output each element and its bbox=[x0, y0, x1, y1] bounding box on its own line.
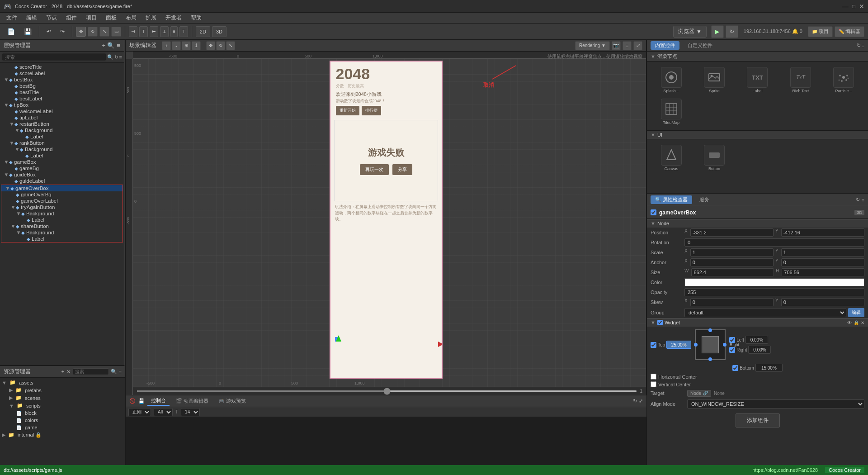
widget-delete-btn[interactable]: ✕ bbox=[861, 320, 864, 325]
group-edit-btn[interactable]: 编辑 bbox=[848, 308, 864, 317]
tree-item-gameBg[interactable]: ◆gameBg bbox=[0, 165, 124, 171]
hierarchy-search-input[interactable] bbox=[2, 53, 106, 61]
share-btn[interactable]: 分享 bbox=[392, 164, 412, 175]
tree-item-tryAgainBg[interactable]: ▼◆Background bbox=[1, 210, 123, 217]
anchor-x-input[interactable] bbox=[690, 258, 774, 266]
size-h-input[interactable] bbox=[782, 268, 864, 276]
tree-item-tryAgainButton[interactable]: ▼◆tryAgainButton bbox=[1, 204, 123, 210]
asset-search-go[interactable]: 🔍 bbox=[111, 368, 117, 375]
comp-tab-custom[interactable]: 自定义控件 bbox=[683, 41, 717, 50]
ui-section-header[interactable]: ▼ UI bbox=[647, 130, 868, 139]
widget-eye-btn[interactable]: 👁 bbox=[847, 320, 852, 325]
scene-more-btn[interactable]: ≡ bbox=[623, 41, 632, 50]
preview-dropdown[interactable]: 浏览器 ▼ bbox=[673, 26, 707, 38]
tree-item-tryAgainLabel[interactable]: ◆Label bbox=[1, 217, 123, 223]
node-section-header[interactable]: ▼ Node bbox=[647, 219, 868, 228]
asset-more[interactable]: ≡ bbox=[119, 368, 122, 375]
zoom-slider[interactable] bbox=[137, 390, 637, 392]
align-mid-btn[interactable]: ≡ bbox=[170, 26, 178, 37]
scale-y-input[interactable] bbox=[781, 248, 864, 256]
prop-refresh-btn[interactable]: ↻ bbox=[856, 197, 860, 203]
redo-btn[interactable]: ↷ bbox=[57, 26, 68, 37]
asset-search-input[interactable] bbox=[73, 368, 109, 375]
scene-maximize-btn[interactable]: ⤢ bbox=[633, 41, 642, 50]
console-clear-btn[interactable]: 🚫 bbox=[129, 398, 136, 404]
menu-extend[interactable]: 扩展 bbox=[141, 13, 161, 23]
asset-item-assets[interactable]: ▼ 📁 assets bbox=[0, 379, 125, 386]
asset-item-scripts[interactable]: ▼ 📁 scripts bbox=[0, 402, 125, 409]
skew-x-input[interactable] bbox=[690, 298, 774, 306]
skew-y-input[interactable] bbox=[781, 298, 864, 306]
tree-item-gameBox[interactable]: ▼◆gameBox bbox=[0, 159, 124, 165]
node-sprite[interactable]: Sprite bbox=[693, 65, 735, 95]
comp-tab-builtin[interactable]: 内置控件 bbox=[651, 41, 679, 50]
close-icon[interactable]: ✕ bbox=[859, 3, 864, 10]
rotate-btn[interactable]: ↻ bbox=[88, 27, 98, 37]
tree-item-shareButton[interactable]: ▼◆shareButton bbox=[1, 223, 123, 229]
tree-item-gameOverLabel[interactable]: ◆gameOverLabel bbox=[1, 198, 123, 204]
asset-item-internal[interactable]: ▶ 📁 internal 🔒 bbox=[0, 431, 125, 439]
asset-item-game[interactable]: 📄 game bbox=[0, 424, 125, 431]
tree-item-bestLabel[interactable]: ◆bestLabel bbox=[0, 95, 124, 102]
comp-more-btn[interactable]: ≡ bbox=[862, 43, 864, 48]
scene-camera-btn[interactable]: 📷 bbox=[612, 41, 621, 50]
node-richtext[interactable]: TxT Rich Text bbox=[780, 65, 821, 95]
position-x-input[interactable] bbox=[690, 228, 774, 237]
right-checkbox[interactable] bbox=[729, 347, 735, 353]
left-checkbox[interactable] bbox=[729, 337, 735, 343]
tree-item-shareLabel[interactable]: ◆Label bbox=[1, 236, 123, 242]
add-component-button[interactable]: 添加组件 bbox=[736, 413, 780, 428]
scale-x-input[interactable] bbox=[690, 248, 774, 256]
editor-btn[interactable]: ✏️ 编辑器 bbox=[835, 26, 864, 37]
console-filter-select[interactable]: 正则 bbox=[128, 408, 151, 416]
tree-item-rankButton[interactable]: ▼◆rankButton bbox=[0, 140, 124, 146]
tree-item-bestTitle[interactable]: ◆bestTitle bbox=[0, 89, 124, 95]
menu-layout[interactable]: 布局 bbox=[121, 13, 141, 23]
scene-zoom-1[interactable]: 1 bbox=[192, 41, 201, 50]
prop-more-btn[interactable]: ≡ bbox=[862, 197, 864, 203]
scene-zoom-fit[interactable]: ⊞ bbox=[182, 41, 191, 50]
menu-panel[interactable]: 面板 bbox=[101, 13, 121, 23]
asset-add-btn[interactable]: + bbox=[61, 368, 65, 375]
align-center-btn[interactable]: ⊤ bbox=[139, 26, 148, 37]
tree-item-bestBox[interactable]: ▼◆bestBox bbox=[0, 76, 124, 83]
tree-item-shareBg[interactable]: ▼◆Background bbox=[1, 229, 123, 236]
tree-item-restartButton[interactable]: ▼◆restartButton bbox=[0, 121, 124, 127]
minimize-icon[interactable]: — bbox=[842, 3, 849, 10]
asset-item-block[interactable]: 📄 block bbox=[0, 409, 125, 417]
bottom-checkbox[interactable] bbox=[732, 365, 738, 371]
scene-rotate-mode[interactable]: ↻ bbox=[216, 41, 225, 50]
rect-btn[interactable]: ▭ bbox=[111, 27, 121, 37]
tree-item-tipLabel[interactable]: ◆tipLabel bbox=[0, 114, 124, 121]
tree-item-gameOverBg[interactable]: ◆gameOverBg bbox=[1, 191, 123, 198]
node-label[interactable]: TXT Label bbox=[737, 65, 778, 95]
prop-tab-service[interactable]: 服务 bbox=[696, 195, 713, 204]
tree-item-scoreLabel[interactable]: ◆scoreLabel bbox=[0, 70, 124, 76]
hierarchy-collapse[interactable]: ≡ bbox=[119, 53, 122, 61]
hierarchy-search-go[interactable]: 🔍 bbox=[107, 53, 113, 61]
menu-file[interactable]: 文件 bbox=[2, 13, 22, 23]
color-input-area[interactable] bbox=[684, 278, 864, 286]
tree-item-rankBg[interactable]: ▼◆Background bbox=[0, 146, 124, 152]
asset-item-prefabs[interactable]: ▶ 📁 prefabs bbox=[0, 386, 125, 394]
console-tab-anim[interactable]: 🎬 动画编辑器 bbox=[172, 397, 212, 405]
hierarchy-refresh[interactable]: ↻ bbox=[114, 53, 118, 61]
bottom-value-input[interactable] bbox=[755, 364, 783, 372]
refresh-button[interactable]: ↻ bbox=[726, 25, 738, 38]
scene-zoom-in[interactable]: + bbox=[162, 41, 171, 50]
anchor-y-input[interactable] bbox=[781, 258, 864, 266]
console-all-select[interactable]: All bbox=[154, 408, 173, 416]
node-button[interactable]: Button bbox=[693, 143, 735, 173]
tree-item-guideLabel[interactable]: ◆guideLabel bbox=[0, 178, 124, 184]
play-button[interactable]: ▶ bbox=[711, 25, 724, 38]
console-level-select[interactable]: 14 bbox=[181, 408, 200, 416]
menu-developer[interactable]: 开发者 bbox=[161, 13, 186, 23]
render-section-header[interactable]: ▼ 渲染节点 bbox=[647, 52, 868, 62]
tree-item-restartBg[interactable]: ▼◆Background bbox=[0, 127, 124, 133]
align-bottom-btn[interactable]: ⊤ bbox=[179, 26, 188, 37]
prop-tab-inspector[interactable]: 🔍 属性检查器 bbox=[651, 195, 692, 204]
node-particle[interactable]: Particle... bbox=[823, 65, 864, 95]
maximize-icon[interactable]: □ bbox=[852, 3, 855, 10]
vert-center-checkbox[interactable] bbox=[651, 381, 656, 387]
asset-item-scenes[interactable]: ▶ 📁 scenes bbox=[0, 394, 125, 402]
